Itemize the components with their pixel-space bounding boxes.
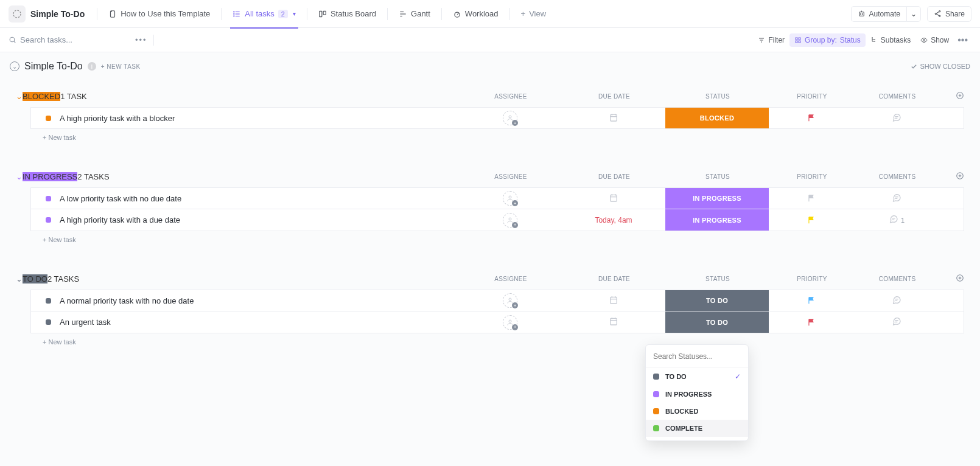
assignee-placeholder[interactable]: + (503, 111, 517, 125)
task-row[interactable]: An urgent task + TO DO (30, 311, 964, 333)
separator (441, 8, 442, 20)
search-icon (9, 36, 16, 44)
assignee-placeholder[interactable]: + (503, 191, 517, 206)
calendar-icon[interactable] (609, 316, 618, 328)
info-icon[interactable]: i (88, 62, 96, 71)
status-cell[interactable]: TO DO (665, 290, 769, 311)
tab-status-board[interactable]: Status Board (312, 0, 382, 28)
comment-icon[interactable] (892, 193, 901, 204)
tab-label: Status Board (331, 9, 376, 18)
status-option-label: COMPLETE (665, 425, 702, 432)
status-badge[interactable]: IN PROGRESS (23, 172, 77, 181)
task-title[interactable]: An urgent task (60, 318, 458, 327)
add-column-button[interactable] (940, 274, 964, 284)
task-status-square[interactable] (46, 116, 51, 121)
comments-cell (854, 113, 939, 124)
tab-gantt[interactable]: Gantt (393, 0, 436, 28)
task-status-square[interactable] (46, 319, 51, 325)
task-row[interactable]: A normal priority task with no due date … (30, 290, 964, 311)
task-status-square[interactable] (46, 196, 51, 201)
task-status-square[interactable] (46, 298, 51, 304)
svg-point-33 (874, 41, 875, 41)
status-cell[interactable]: IN PROGRESS (665, 209, 769, 231)
priority-cell[interactable] (769, 194, 854, 203)
status-cell[interactable]: TO DO (665, 311, 769, 333)
task-title[interactable]: A high priority task with a blocker (60, 114, 458, 123)
new-task-button[interactable]: + New task (16, 231, 964, 243)
status-option-complete[interactable]: COMPLETE (646, 420, 748, 437)
status-search-input[interactable] (653, 352, 744, 361)
svg-point-15 (860, 14, 861, 15)
automate-button[interactable]: Automate (851, 6, 906, 22)
status-swatch (653, 391, 659, 397)
separator (509, 8, 510, 20)
collapse-group-button[interactable]: ⌄ (16, 92, 23, 101)
status-option-to-do[interactable]: TO DO (646, 367, 748, 386)
status-cell[interactable]: BLOCKED (665, 108, 769, 128)
chevron-down-icon: ⌄ (911, 10, 917, 18)
tab-template-doc[interactable]: How to Use this Template (102, 0, 216, 28)
comment-icon[interactable] (892, 295, 901, 307)
list-header-title[interactable]: Simple To-Do (24, 61, 83, 72)
comments-cell (854, 193, 939, 204)
new-task-button-top[interactable]: + NEW TASK (101, 63, 141, 70)
collapse-group-button[interactable]: ⌄ (16, 274, 23, 283)
tab-all-tasks[interactable]: All tasks 2 ▾ (226, 0, 302, 28)
new-task-button[interactable]: + New task (16, 129, 964, 141)
assignee-placeholder[interactable]: + (503, 315, 517, 330)
show-closed-button[interactable]: SHOW CLOSED (911, 63, 970, 70)
list-title[interactable]: Simple To-Do (30, 9, 85, 19)
more-options-button[interactable]: ••• (954, 35, 971, 46)
search-more-button[interactable]: ••• (135, 35, 147, 44)
new-task-button[interactable]: + New task (16, 333, 964, 346)
add-column-button[interactable] (940, 172, 964, 182)
topbar: Simple To-Do How to Use this Template Al… (0, 0, 980, 28)
task-title[interactable]: A high priority task with a due date (60, 215, 458, 224)
col-header-due: DUE DATE (562, 276, 666, 282)
calendar-icon[interactable] (609, 193, 618, 204)
task-status-square[interactable] (46, 217, 51, 223)
add-view-button[interactable]: + View (515, 0, 553, 28)
status-badge[interactable]: TO DO (23, 274, 47, 283)
comment-icon[interactable] (889, 214, 898, 226)
priority-cell[interactable] (769, 296, 854, 305)
task-title[interactable]: A low priority task with no due date (60, 194, 458, 203)
view-count-chip: 2 (278, 10, 288, 18)
group-by-button[interactable]: Group by: Status (789, 33, 866, 47)
list-icon[interactable] (9, 5, 26, 23)
priority-cell[interactable] (769, 318, 854, 327)
svg-point-5 (234, 11, 234, 12)
collapse-group-button[interactable]: ⌄ (16, 172, 23, 181)
collapse-list-button[interactable]: ⌄ (10, 61, 19, 71)
subtasks-button[interactable]: Subtasks (866, 33, 915, 47)
comment-icon[interactable] (892, 316, 901, 328)
show-button[interactable]: Show (915, 33, 954, 47)
task-row[interactable]: A low priority task with no due date + I… (30, 187, 964, 209)
search-input[interactable] (20, 35, 99, 44)
status-option-in-progress[interactable]: IN PROGRESS (646, 386, 748, 403)
search-box[interactable] (9, 35, 130, 44)
col-header-status: STATUS (666, 276, 769, 282)
status-cell[interactable]: IN PROGRESS (665, 188, 769, 209)
task-title[interactable]: A normal priority task with no due date (60, 296, 458, 305)
status-badge[interactable]: BLOCKED (23, 92, 60, 101)
add-column-button[interactable] (940, 91, 964, 102)
task-row[interactable]: A high priority task with a blocker + BL… (30, 107, 964, 129)
status-option-blocked[interactable]: BLOCKED (646, 403, 748, 420)
due-date-text[interactable]: Today, 4am (595, 216, 632, 224)
assignee-placeholder[interactable]: + (503, 213, 517, 228)
filter-button[interactable]: Filter (753, 33, 789, 47)
priority-cell[interactable] (769, 114, 854, 122)
calendar-icon[interactable] (609, 295, 618, 307)
tab-workload[interactable]: Workload (447, 0, 505, 28)
task-row[interactable]: A high priority task with a due date + T… (30, 209, 964, 231)
assignee-placeholder[interactable]: + (503, 293, 517, 308)
comment-icon[interactable] (892, 113, 901, 124)
calendar-icon[interactable] (609, 113, 618, 124)
priority-cell[interactable] (769, 216, 854, 224)
automate-dropdown-button[interactable]: ⌄ (906, 6, 921, 22)
filter-label: Filter (768, 36, 785, 44)
status-search-row (646, 349, 748, 367)
svg-rect-39 (611, 114, 617, 121)
share-button[interactable]: Share (927, 6, 971, 22)
